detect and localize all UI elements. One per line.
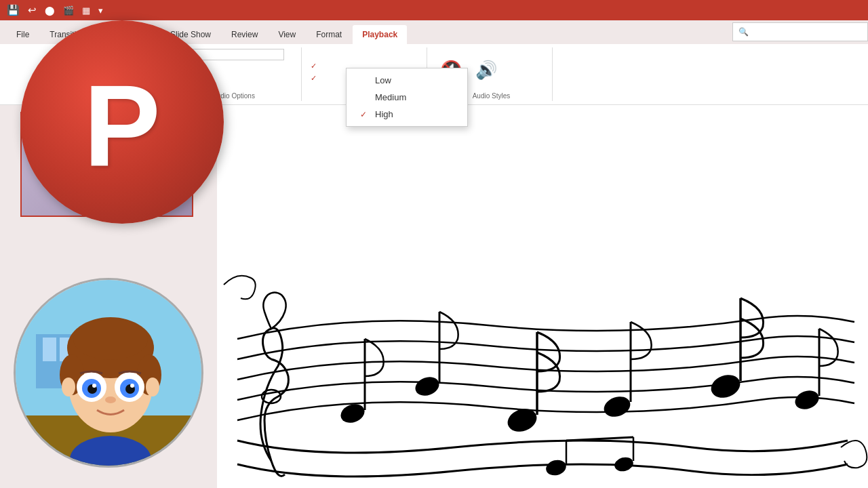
svg-point-36 (92, 384, 96, 388)
play-background-icon: 🔊 (475, 60, 497, 81)
svg-point-27 (73, 319, 148, 360)
tell-me-box[interactable]: 🔍 (732, 22, 868, 41)
more-icon[interactable]: ▾ (98, 5, 103, 16)
volume-high-label: High (375, 109, 393, 119)
volume-low-option[interactable]: Low (347, 72, 467, 89)
svg-point-3 (413, 374, 442, 399)
svg-point-11 (793, 388, 822, 413)
redo-icon[interactable]: ⬤ (45, 5, 55, 16)
music-notes-area (217, 203, 868, 474)
svg-point-39 (62, 378, 75, 396)
powerpoint-p: P (83, 68, 160, 183)
tab-file[interactable]: File (7, 25, 39, 44)
tab-playback[interactable]: Playback (353, 25, 407, 44)
video-icon[interactable]: 🎬 (63, 5, 74, 16)
hide-check-icon: ✓ (311, 62, 317, 70)
volume-low-label: Low (375, 75, 391, 85)
title-bar: 💾 ↩ ⬤ 🎬 ▦ ▾ (0, 0, 868, 20)
rewind-option[interactable]: ✓ (311, 74, 320, 83)
svg-point-40 (146, 378, 159, 396)
save-icon[interactable]: 💾 (7, 4, 20, 16)
hide-during-show-option[interactable]: ✓ (311, 62, 320, 70)
play-background-button[interactable]: 🔊 (471, 58, 501, 83)
svg-point-13 (545, 458, 568, 477)
volume-medium-label: Medium (375, 92, 406, 102)
volume-high-check: ✓ (360, 110, 370, 119)
svg-rect-21 (43, 338, 56, 361)
svg-point-38 (105, 396, 116, 403)
volume-medium-option[interactable]: Medium (347, 89, 467, 106)
svg-point-15 (613, 455, 635, 474)
tab-review[interactable]: Review (222, 25, 267, 44)
svg-point-37 (130, 384, 134, 388)
avatar-circle (14, 278, 203, 468)
undo-icon[interactable]: ↩ (28, 4, 37, 16)
search-icon: 🔍 (738, 27, 749, 37)
tab-format[interactable]: Format (307, 25, 351, 44)
table-icon[interactable]: ▦ (82, 5, 90, 16)
svg-point-7 (601, 393, 633, 420)
powerpoint-logo: P (20, 20, 224, 224)
volume-dropdown: Low Medium ✓ High (346, 68, 468, 127)
title-bar-left: 💾 ↩ ⬤ 🎬 ▦ ▾ (7, 4, 103, 16)
tab-view[interactable]: View (269, 25, 305, 44)
svg-point-9 (708, 371, 743, 401)
music-background (217, 68, 868, 488)
rewind-check-icon: ✓ (311, 74, 317, 83)
volume-high-option[interactable]: ✓ High (347, 106, 467, 123)
